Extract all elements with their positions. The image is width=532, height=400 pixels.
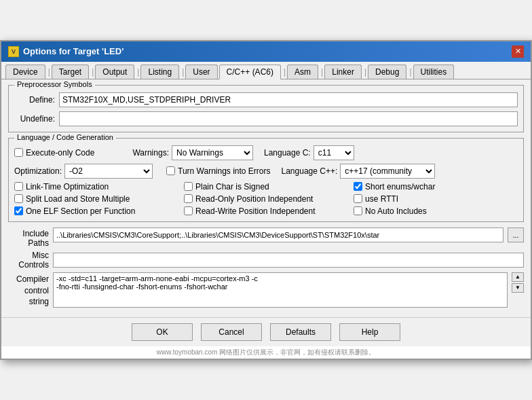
tab-asm[interactable]: Asm	[287, 65, 318, 79]
no-auto-check[interactable]: No Auto Includes	[354, 206, 518, 216]
help-button[interactable]: Help	[339, 323, 400, 341]
sep5: |	[282, 65, 287, 79]
define-label: Define:	[14, 95, 55, 105]
split-load-label: Split Load and Store Multiple	[26, 194, 130, 204]
turn-warnings-checkbox[interactable]	[166, 166, 175, 175]
dialog-title: Options for Target 'LED'	[23, 46, 124, 56]
define-input[interactable]	[59, 92, 518, 107]
turn-warnings-label: Turn Warnings into Errors	[178, 166, 270, 176]
sep3: |	[136, 65, 140, 79]
short-enums-checkbox[interactable]	[354, 182, 362, 191]
warnings-select[interactable]: No Warnings	[172, 145, 253, 160]
langcpp-label: Language C++:	[282, 166, 338, 176]
scroll-down-button[interactable]: ▼	[512, 283, 524, 293]
plain-char-checkbox[interactable]	[184, 182, 193, 191]
tab-linker[interactable]: Linker	[324, 65, 362, 79]
defaults-button[interactable]: Defaults	[270, 323, 331, 341]
split-load-checkbox[interactable]	[14, 194, 23, 203]
use-rtti-check[interactable]: use RTTI	[354, 194, 518, 204]
use-rtti-label: use RTTI	[365, 194, 398, 204]
execute-only-check[interactable]: Execute-only Code	[14, 148, 94, 158]
read-write-checkbox[interactable]	[184, 206, 193, 215]
link-time-label: Link-Time Optimization	[26, 182, 109, 192]
plain-char-label: Plain Char is Signed	[195, 182, 269, 192]
bottom-bar: OK Cancel Defaults Help	[1, 317, 531, 346]
sep6: |	[320, 65, 324, 79]
compiler-label: Compilercontrolstring	[8, 272, 49, 308]
language-group: Language / Code Generation Execute-only …	[8, 138, 524, 222]
warnings-label: Warnings:	[132, 148, 169, 158]
tab-device[interactable]: Device	[5, 65, 45, 79]
langc-select[interactable]: c11	[314, 145, 354, 160]
read-write-label: Read-Write Position Independent	[195, 206, 316, 216]
read-write-check[interactable]: Read-Write Position Independent	[184, 206, 348, 216]
undefine-label: Undefine:	[14, 114, 55, 124]
execute-only-label: Execute-only Code	[26, 148, 94, 158]
short-enums-label: Short enums/wchar	[365, 182, 435, 192]
turn-warnings-check[interactable]: Turn Warnings into Errors	[166, 166, 270, 176]
sep8: |	[408, 65, 413, 79]
scroll-buttons: ▲ ▼	[512, 272, 524, 293]
one-elf-label: One ELF Section per Function	[26, 206, 135, 216]
sep2: |	[90, 65, 95, 79]
read-only-check[interactable]: Read-Only Position Independent	[184, 194, 348, 204]
langcpp-select[interactable]: c++17 (community	[340, 164, 435, 179]
scroll-up-button[interactable]: ▲	[512, 272, 524, 282]
define-row: Define:	[14, 92, 518, 107]
read-only-checkbox[interactable]	[184, 194, 193, 203]
langc-label: Language C:	[264, 148, 311, 158]
misc-label: MiscControls	[8, 251, 49, 270]
tab-debug[interactable]: Debug	[368, 65, 406, 79]
dialog-window: V Options for Target 'LED' ✕ Device | Ta…	[0, 40, 532, 360]
sep7: |	[363, 65, 368, 79]
split-load-check[interactable]: Split Load and Store Multiple	[14, 194, 178, 204]
plain-char-check[interactable]: Plain Char is Signed	[184, 182, 348, 192]
link-time-checkbox[interactable]	[14, 182, 23, 191]
tab-user[interactable]: User	[185, 65, 217, 79]
sep4: |	[180, 65, 185, 79]
include-browse-button[interactable]: ...	[508, 228, 524, 242]
preprocessor-group-label: Preprocessor Symbols	[14, 80, 95, 88]
language-group-label: Language / Code Generation	[14, 133, 116, 141]
close-button[interactable]: ✕	[512, 46, 524, 58]
app-icon: V	[8, 46, 19, 57]
tab-cpp[interactable]: C/C++ (AC6)	[219, 65, 281, 79]
no-auto-label: No Auto Includes	[365, 206, 427, 216]
misc-row: MiscControls	[8, 251, 524, 270]
ok-button[interactable]: OK	[132, 323, 193, 341]
compiler-row: Compilercontrolstring -xc -std=c11 -targ…	[8, 272, 524, 308]
tab-target[interactable]: Target	[52, 65, 89, 79]
one-elf-check[interactable]: One ELF Section per Function	[14, 206, 178, 216]
cancel-button[interactable]: Cancel	[201, 323, 262, 341]
undefine-row: Undefine:	[14, 111, 518, 126]
link-time-check[interactable]: Link-Time Optimization	[14, 182, 178, 192]
tab-output[interactable]: Output	[95, 65, 134, 79]
no-auto-checkbox[interactable]	[354, 206, 362, 215]
misc-input[interactable]	[53, 253, 524, 268]
execute-only-checkbox[interactable]	[14, 148, 23, 157]
watermark: www.toymoban.com 网络图片仅供展示，非官网，如有侵权请联系删除。	[1, 346, 531, 359]
include-row: IncludePaths ...	[8, 228, 524, 248]
opt-label: Optimization:	[14, 166, 62, 176]
use-rtti-checkbox[interactable]	[354, 194, 362, 203]
tabs-row: Device | Target | Output | Listing | Use…	[1, 62, 531, 79]
title-bar: V Options for Target 'LED' ✕	[1, 41, 531, 62]
tab-listing[interactable]: Listing	[140, 65, 179, 79]
tab-utilities[interactable]: Utilities	[413, 65, 455, 79]
include-input[interactable]	[53, 228, 504, 242]
title-bar-left: V Options for Target 'LED'	[8, 46, 124, 57]
include-label: IncludePaths	[8, 228, 49, 248]
sep1: |	[47, 65, 52, 79]
opt-select[interactable]: -O2	[64, 164, 153, 179]
content-area: Preprocessor Symbols Define: Undefine: L…	[1, 79, 531, 313]
undefine-input[interactable]	[59, 111, 518, 126]
one-elf-checkbox[interactable]	[14, 206, 23, 215]
preprocessor-group: Preprocessor Symbols Define: Undefine:	[8, 85, 524, 132]
read-only-label: Read-Only Position Independent	[195, 194, 313, 204]
short-enums-check[interactable]: Short enums/wchar	[354, 182, 518, 192]
compiler-textarea[interactable]: -xc -std=c11 -target=arm-arm-none-eabi -…	[53, 272, 508, 308]
